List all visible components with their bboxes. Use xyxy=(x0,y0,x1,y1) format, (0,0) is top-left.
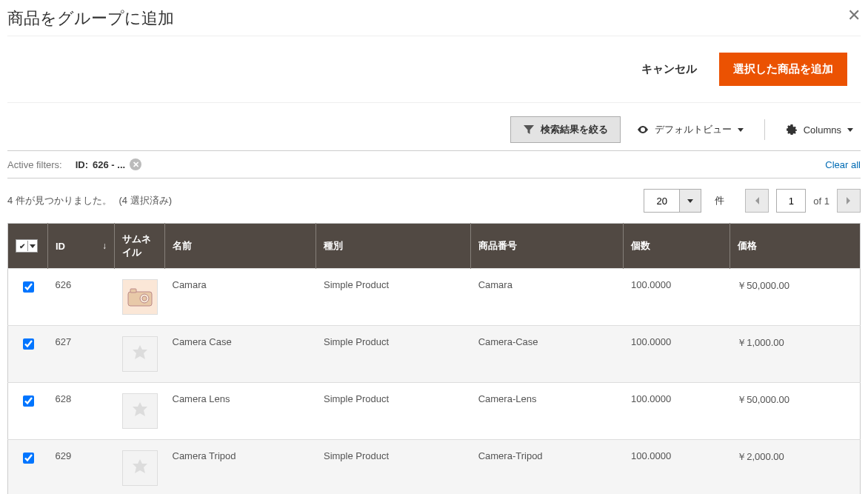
table-row[interactable]: 627Camera CaseSimple ProductCamera-Case1… xyxy=(8,326,861,383)
thumbnail-icon xyxy=(122,336,158,372)
cell-sku: Camera-Case xyxy=(471,326,624,383)
col-header-type[interactable]: 種別 xyxy=(316,224,471,269)
cell-qty: 100.0000 xyxy=(624,269,730,326)
cell-name: Camera Tripod xyxy=(165,440,316,495)
cell-qty: 100.0000 xyxy=(624,440,730,495)
svg-rect-3 xyxy=(130,289,136,293)
cell-sku: Camera-Tripod xyxy=(471,440,624,495)
close-icon[interactable]: ✕ xyxy=(847,7,861,24)
table-row[interactable]: 628Camera LensSimple ProductCamera-Lens1… xyxy=(8,383,861,440)
row-checkbox[interactable] xyxy=(23,453,34,464)
eye-icon xyxy=(637,124,649,136)
filter-chip-id: ID: 626 - ... ✕ xyxy=(76,158,141,170)
caret-down-icon xyxy=(687,199,693,203)
row-checkbox[interactable] xyxy=(23,338,34,350)
col-header-thumbnail[interactable]: サムネイル xyxy=(115,224,165,269)
remove-filter-icon[interactable]: ✕ xyxy=(130,158,141,170)
funnel-icon xyxy=(523,124,535,136)
row-checkbox[interactable] xyxy=(23,395,34,407)
thumbnail-icon xyxy=(122,450,158,486)
cell-type: Simple Product xyxy=(316,269,471,326)
thumbnail-icon xyxy=(122,393,158,429)
caret-down-icon xyxy=(847,128,853,132)
cell-price: ￥1,000.00 xyxy=(730,326,860,383)
row-checkbox[interactable] xyxy=(23,281,34,293)
products-table: ✔ ID↓ サムネイル 名前 種別 商品番号 個数 価格 626CamaraSi… xyxy=(7,223,861,494)
prev-page-button[interactable] xyxy=(745,189,769,213)
gear-icon xyxy=(786,124,798,136)
cell-price: ￥50,000.00 xyxy=(730,383,860,440)
col-header-name[interactable]: 名前 xyxy=(165,224,316,269)
page-input[interactable] xyxy=(776,189,806,213)
col-header-qty[interactable]: 個数 xyxy=(624,224,730,269)
clear-all-link[interactable]: Clear all xyxy=(825,159,861,170)
cell-type: Simple Product xyxy=(316,326,471,383)
cell-price: ￥50,000.00 xyxy=(730,269,860,326)
cell-name: Camera Case xyxy=(165,326,316,383)
columns-label: Columns xyxy=(804,124,841,136)
cell-qty: 100.0000 xyxy=(624,383,730,440)
cell-name: Camera Lens xyxy=(165,383,316,440)
add-selected-button[interactable]: 選択した商品を追加 xyxy=(719,53,847,86)
cancel-button[interactable]: キャンセル xyxy=(637,61,701,77)
cell-id: 628 xyxy=(48,383,115,440)
svg-point-2 xyxy=(142,296,147,301)
table-row[interactable]: 629Camera TripodSimple ProductCamera-Tri… xyxy=(8,440,861,495)
cell-sku: Camera-Lens xyxy=(471,383,624,440)
records-found-text: 4 件が見つかりました。 (4 選択済み) xyxy=(7,194,172,207)
per-page-input[interactable] xyxy=(644,189,679,213)
default-view-dropdown[interactable]: デフォルトビュー xyxy=(630,119,751,141)
default-view-label: デフォルトビュー xyxy=(655,123,732,136)
table-row[interactable]: 626CamaraSimple ProductCamara100.0000￥50… xyxy=(8,269,861,326)
col-header-sku[interactable]: 商品番号 xyxy=(471,224,624,269)
thumbnail-icon xyxy=(122,279,158,315)
cell-id: 627 xyxy=(48,326,115,383)
cell-id: 629 xyxy=(48,440,115,495)
next-page-button[interactable] xyxy=(837,189,861,213)
select-all-checkbox[interactable]: ✔ xyxy=(16,239,38,253)
col-header-price[interactable]: 価格 xyxy=(730,224,860,269)
filters-button-label: 検索結果を絞る xyxy=(541,123,608,136)
cell-type: Simple Product xyxy=(316,440,471,495)
cell-thumbnail xyxy=(115,326,165,383)
cell-thumbnail xyxy=(115,440,165,495)
sort-desc-icon: ↓ xyxy=(102,241,107,251)
cell-qty: 100.0000 xyxy=(624,326,730,383)
caret-down-icon xyxy=(738,128,744,132)
filters-button[interactable]: 検索結果を絞る xyxy=(510,116,621,143)
columns-dropdown[interactable]: Columns xyxy=(778,119,861,140)
cell-thumbnail xyxy=(115,383,165,440)
active-filters-label: Active filters: xyxy=(7,159,62,170)
cell-sku: Camara xyxy=(471,269,624,326)
of-pages-text: of 1 xyxy=(813,196,829,207)
col-header-id[interactable]: ID↓ xyxy=(48,224,115,269)
modal-title: 商品をグループに追加 xyxy=(7,7,174,30)
cell-price: ￥2,000.00 xyxy=(730,440,860,495)
cell-thumbnail xyxy=(115,269,165,326)
cell-id: 626 xyxy=(48,269,115,326)
cell-type: Simple Product xyxy=(316,383,471,440)
caret-down-icon xyxy=(30,244,36,248)
per-page-dropdown[interactable] xyxy=(679,189,701,213)
cell-name: Camara xyxy=(165,269,316,326)
per-page-unit: 件 xyxy=(715,194,724,207)
toolbar-separator xyxy=(764,119,765,140)
